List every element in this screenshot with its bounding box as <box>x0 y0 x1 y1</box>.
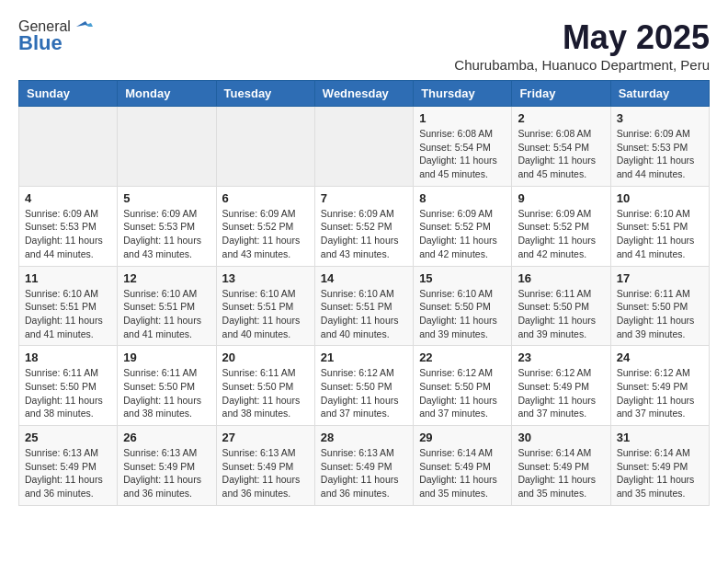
day-header-monday: Monday <box>118 81 216 107</box>
day-header-friday: Friday <box>512 81 610 107</box>
day-info: Sunrise: 6:14 AM Sunset: 5:49 PM Dayligh… <box>419 446 506 500</box>
day-number: 4 <box>25 191 111 205</box>
day-info: Sunrise: 6:13 AM Sunset: 5:49 PM Dayligh… <box>25 446 111 500</box>
day-number: 29 <box>419 431 506 444</box>
day-number: 8 <box>419 191 506 205</box>
day-info: Sunrise: 6:10 AM Sunset: 5:51 PM Dayligh… <box>617 207 703 261</box>
day-info: Sunrise: 6:09 AM Sunset: 5:52 PM Dayligh… <box>518 207 604 261</box>
day-info: Sunrise: 6:08 AM Sunset: 5:54 PM Dayligh… <box>419 127 506 181</box>
day-number: 27 <box>222 431 309 444</box>
day-info: Sunrise: 6:13 AM Sunset: 5:49 PM Dayligh… <box>321 446 407 500</box>
header: General Blue May 2025 Churubamba, Huanuc… <box>18 18 710 73</box>
calendar-header-row: SundayMondayTuesdayWednesdayThursdayFrid… <box>19 81 710 107</box>
calendar-day-13: 13Sunrise: 6:10 AM Sunset: 5:51 PM Dayli… <box>216 266 314 346</box>
day-info: Sunrise: 6:13 AM Sunset: 5:49 PM Dayligh… <box>123 446 210 500</box>
calendar-empty <box>118 107 216 187</box>
day-header-wednesday: Wednesday <box>314 81 413 107</box>
calendar-day-9: 9Sunrise: 6:09 AM Sunset: 5:52 PM Daylig… <box>512 186 610 266</box>
day-number: 1 <box>419 111 506 125</box>
day-info: Sunrise: 6:09 AM Sunset: 5:52 PM Dayligh… <box>321 207 407 261</box>
calendar-day-28: 28Sunrise: 6:13 AM Sunset: 5:49 PM Dayli… <box>314 426 413 506</box>
calendar-day-27: 27Sunrise: 6:13 AM Sunset: 5:49 PM Dayli… <box>216 426 314 506</box>
calendar-day-12: 12Sunrise: 6:10 AM Sunset: 5:51 PM Dayli… <box>118 266 216 346</box>
day-number: 10 <box>617 191 703 205</box>
day-info: Sunrise: 6:10 AM Sunset: 5:51 PM Dayligh… <box>222 287 309 341</box>
day-number: 5 <box>123 191 210 205</box>
day-info: Sunrise: 6:11 AM Sunset: 5:50 PM Dayligh… <box>222 366 309 420</box>
calendar-day-10: 10Sunrise: 6:10 AM Sunset: 5:51 PM Dayli… <box>610 186 709 266</box>
day-header-sunday: Sunday <box>19 81 118 107</box>
calendar-day-1: 1Sunrise: 6:08 AM Sunset: 5:54 PM Daylig… <box>414 107 512 187</box>
calendar-day-7: 7Sunrise: 6:09 AM Sunset: 5:52 PM Daylig… <box>314 186 413 266</box>
logo-bird-icon <box>73 19 93 34</box>
calendar-day-17: 17Sunrise: 6:11 AM Sunset: 5:50 PM Dayli… <box>610 266 709 346</box>
day-number: 30 <box>518 431 604 444</box>
day-info: Sunrise: 6:12 AM Sunset: 5:49 PM Dayligh… <box>518 366 604 420</box>
location-subtitle: Churubamba, Huanuco Department, Peru <box>454 57 710 73</box>
day-number: 23 <box>518 350 604 364</box>
day-info: Sunrise: 6:09 AM Sunset: 5:53 PM Dayligh… <box>123 207 210 261</box>
day-number: 20 <box>222 350 309 364</box>
day-number: 21 <box>321 350 407 364</box>
day-number: 7 <box>321 191 407 205</box>
calendar-day-3: 3Sunrise: 6:09 AM Sunset: 5:53 PM Daylig… <box>610 107 709 187</box>
calendar-day-22: 22Sunrise: 6:12 AM Sunset: 5:50 PM Dayli… <box>414 346 512 426</box>
day-info: Sunrise: 6:09 AM Sunset: 5:52 PM Dayligh… <box>222 207 309 261</box>
calendar-empty <box>216 107 314 187</box>
calendar-day-21: 21Sunrise: 6:12 AM Sunset: 5:50 PM Dayli… <box>314 346 413 426</box>
day-number: 6 <box>222 191 309 205</box>
calendar-day-29: 29Sunrise: 6:14 AM Sunset: 5:49 PM Dayli… <box>414 426 512 506</box>
day-info: Sunrise: 6:11 AM Sunset: 5:50 PM Dayligh… <box>617 287 703 341</box>
day-number: 2 <box>518 111 604 125</box>
day-number: 3 <box>617 111 703 125</box>
day-info: Sunrise: 6:11 AM Sunset: 5:50 PM Dayligh… <box>123 366 210 420</box>
day-info: Sunrise: 6:14 AM Sunset: 5:49 PM Dayligh… <box>518 446 604 500</box>
calendar-day-2: 2Sunrise: 6:08 AM Sunset: 5:54 PM Daylig… <box>512 107 610 187</box>
day-header-thursday: Thursday <box>414 81 512 107</box>
calendar-day-24: 24Sunrise: 6:12 AM Sunset: 5:49 PM Dayli… <box>610 346 709 426</box>
calendar-week-2: 4Sunrise: 6:09 AM Sunset: 5:53 PM Daylig… <box>19 186 710 266</box>
day-number: 24 <box>617 350 703 364</box>
day-info: Sunrise: 6:10 AM Sunset: 5:51 PM Dayligh… <box>321 287 407 341</box>
calendar-day-16: 16Sunrise: 6:11 AM Sunset: 5:50 PM Dayli… <box>512 266 610 346</box>
day-info: Sunrise: 6:09 AM Sunset: 5:53 PM Dayligh… <box>25 207 111 261</box>
calendar-empty <box>314 107 413 187</box>
calendar-empty <box>19 107 118 187</box>
day-info: Sunrise: 6:10 AM Sunset: 5:51 PM Dayligh… <box>25 287 111 341</box>
day-number: 25 <box>25 431 111 444</box>
day-info: Sunrise: 6:12 AM Sunset: 5:49 PM Dayligh… <box>617 366 703 420</box>
day-number: 11 <box>25 271 111 285</box>
calendar-week-1: 1Sunrise: 6:08 AM Sunset: 5:54 PM Daylig… <box>19 107 710 187</box>
calendar-day-31: 31Sunrise: 6:14 AM Sunset: 5:49 PM Dayli… <box>610 426 709 506</box>
calendar-table: SundayMondayTuesdayWednesdayThursdayFrid… <box>18 80 710 506</box>
calendar-week-3: 11Sunrise: 6:10 AM Sunset: 5:51 PM Dayli… <box>19 266 710 346</box>
calendar-week-4: 18Sunrise: 6:11 AM Sunset: 5:50 PM Dayli… <box>19 346 710 426</box>
calendar-day-20: 20Sunrise: 6:11 AM Sunset: 5:50 PM Dayli… <box>216 346 314 426</box>
calendar-day-23: 23Sunrise: 6:12 AM Sunset: 5:49 PM Dayli… <box>512 346 610 426</box>
day-number: 22 <box>419 350 506 364</box>
svg-marker-0 <box>76 21 89 27</box>
day-number: 15 <box>419 271 506 285</box>
day-info: Sunrise: 6:09 AM Sunset: 5:53 PM Dayligh… <box>617 127 703 181</box>
day-info: Sunrise: 6:13 AM Sunset: 5:49 PM Dayligh… <box>222 446 309 500</box>
day-number: 28 <box>321 431 407 444</box>
month-title: May 2025 <box>454 18 710 57</box>
calendar-day-15: 15Sunrise: 6:10 AM Sunset: 5:50 PM Dayli… <box>414 266 512 346</box>
day-number: 9 <box>518 191 604 205</box>
day-info: Sunrise: 6:14 AM Sunset: 5:49 PM Dayligh… <box>617 446 703 500</box>
day-number: 26 <box>123 431 210 444</box>
calendar-day-26: 26Sunrise: 6:13 AM Sunset: 5:49 PM Dayli… <box>118 426 216 506</box>
calendar-week-5: 25Sunrise: 6:13 AM Sunset: 5:49 PM Dayli… <box>19 426 710 506</box>
calendar-day-25: 25Sunrise: 6:13 AM Sunset: 5:49 PM Dayli… <box>19 426 118 506</box>
day-number: 16 <box>518 271 604 285</box>
title-area: May 2025 Churubamba, Huanuco Department,… <box>454 18 710 73</box>
day-number: 14 <box>321 271 407 285</box>
day-info: Sunrise: 6:08 AM Sunset: 5:54 PM Dayligh… <box>518 127 604 181</box>
day-number: 17 <box>617 271 703 285</box>
calendar-day-30: 30Sunrise: 6:14 AM Sunset: 5:49 PM Dayli… <box>512 426 610 506</box>
day-info: Sunrise: 6:11 AM Sunset: 5:50 PM Dayligh… <box>25 366 111 420</box>
day-number: 13 <box>222 271 309 285</box>
day-info: Sunrise: 6:12 AM Sunset: 5:50 PM Dayligh… <box>419 366 506 420</box>
logo-blue-text: Blue <box>18 31 63 55</box>
day-info: Sunrise: 6:09 AM Sunset: 5:52 PM Dayligh… <box>419 207 506 261</box>
